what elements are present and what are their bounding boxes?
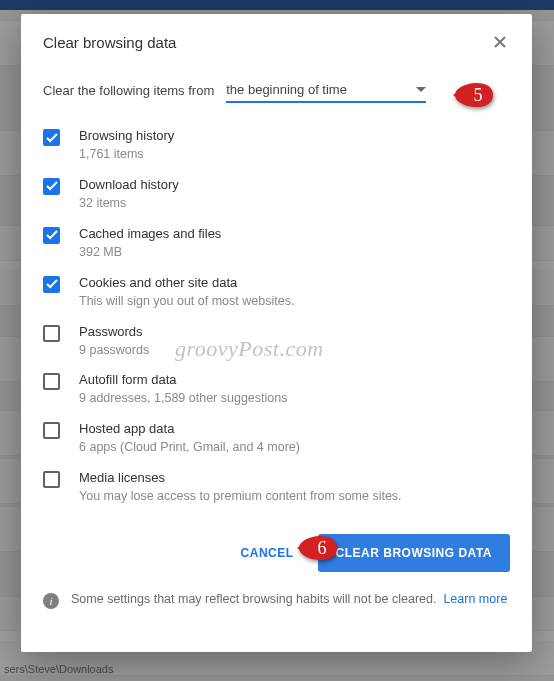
item-subtitle: This will sign you out of most websites. — [79, 293, 510, 310]
clear-browsing-data-dialog: Clear browsing data Clear the following … — [21, 14, 532, 652]
checkbox[interactable] — [43, 422, 60, 439]
item-title: Download history — [79, 177, 510, 192]
chevron-down-icon — [416, 87, 426, 92]
learn-more-link[interactable]: Learn more — [443, 592, 507, 606]
item-title: Cookies and other site data — [79, 275, 510, 290]
checkbox[interactable] — [43, 129, 60, 146]
item-subtitle: 6 apps (Cloud Print, Gmail, and 4 more) — [79, 439, 510, 456]
item-title: Hosted app data — [79, 421, 510, 436]
list-item: Browsing history 1,761 items — [43, 121, 510, 170]
dialog-title: Clear browsing data — [43, 34, 176, 51]
time-range-select[interactable]: the beginning of time — [226, 78, 426, 103]
checkbox[interactable] — [43, 276, 60, 293]
list-item: Download history 32 items — [43, 170, 510, 219]
item-subtitle: 32 items — [79, 195, 510, 212]
item-title: Browsing history — [79, 128, 510, 143]
list-item: Passwords 9 passwords — [43, 317, 510, 366]
item-subtitle: You may lose access to premium content f… — [79, 488, 510, 505]
checkbox[interactable] — [43, 373, 60, 390]
item-title: Autofill form data — [79, 372, 510, 387]
list-item: Autofill form data 9 addresses, 1,589 ot… — [43, 365, 510, 414]
footer-note: Some settings that may reflect browsing … — [71, 592, 507, 606]
checkbox[interactable] — [43, 325, 60, 342]
clear-browsing-data-button[interactable]: CLEAR BROWSING DATA — [318, 534, 510, 572]
item-subtitle: 1,761 items — [79, 146, 510, 163]
list-item: Cached images and files 392 MB — [43, 219, 510, 268]
checkbox[interactable] — [43, 227, 60, 244]
time-range-value: the beginning of time — [226, 82, 347, 97]
info-icon: i — [43, 593, 59, 609]
list-item: Media licenses You may lose access to pr… — [43, 463, 510, 512]
checkbox[interactable] — [43, 471, 60, 488]
list-item: Hosted app data 6 apps (Cloud Print, Gma… — [43, 414, 510, 463]
list-item: Cookies and other site data This will si… — [43, 268, 510, 317]
item-title: Passwords — [79, 324, 510, 339]
close-icon[interactable] — [490, 32, 510, 52]
item-subtitle: 9 passwords — [79, 342, 510, 359]
checkbox-list: Browsing history 1,761 items Download hi… — [43, 121, 510, 512]
time-range-label: Clear the following items from — [43, 83, 214, 98]
item-subtitle: 9 addresses, 1,589 other suggestions — [79, 390, 510, 407]
item-title: Media licenses — [79, 470, 510, 485]
cancel-button[interactable]: CANCEL — [227, 536, 308, 570]
footer-text: Some settings that may reflect browsing … — [71, 592, 436, 606]
item-title: Cached images and files — [79, 226, 510, 241]
item-subtitle: 392 MB — [79, 244, 510, 261]
checkbox[interactable] — [43, 178, 60, 195]
